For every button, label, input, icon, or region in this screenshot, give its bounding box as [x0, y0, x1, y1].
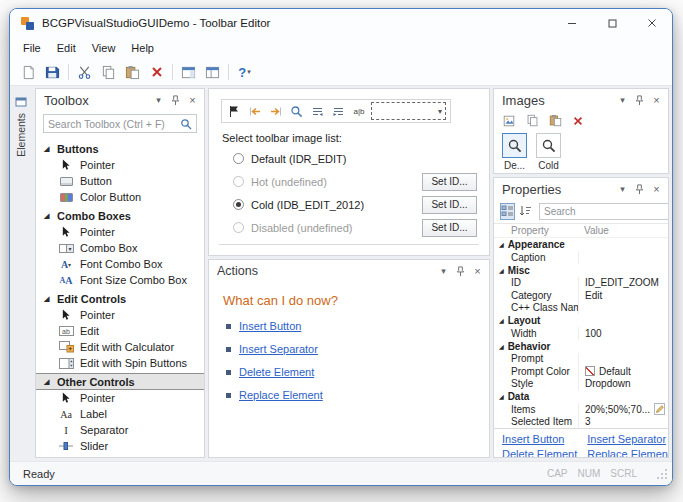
toolbox-category-other-controls[interactable]: ◢Other Controls	[36, 373, 204, 390]
property-row-style[interactable]: StyleDropdown	[494, 378, 668, 391]
imagelist-option-disabled[interactable]: Disabled (undefined) Set ID...	[233, 216, 479, 239]
move-forward-icon[interactable]	[268, 102, 285, 121]
toolbox-search-input[interactable]	[48, 118, 180, 130]
property-row-prompt[interactable]: Prompt	[494, 353, 668, 366]
delete-icon[interactable]	[569, 112, 587, 129]
toolbox-item[interactable]: Pointer	[36, 224, 204, 240]
toolbox-item[interactable]: Color Button	[36, 189, 204, 205]
toolbox-category-combo-boxes[interactable]: ◢Combo Boxes	[36, 207, 204, 224]
panel-menu-button[interactable]: ▾	[614, 181, 631, 198]
paste-icon[interactable]	[546, 112, 564, 129]
delete-icon[interactable]	[145, 61, 168, 83]
help-icon[interactable]: ?▾	[233, 61, 256, 83]
resize-grip[interactable]	[655, 467, 668, 480]
menu-edit[interactable]: Edit	[49, 39, 84, 57]
tab-elements[interactable]: Elements	[15, 92, 27, 161]
close-panel-button[interactable]: ×	[648, 181, 665, 198]
imagelist-option-hot[interactable]: Hot (undefined) Set ID...	[233, 170, 479, 193]
list-left-icon[interactable]	[309, 102, 326, 121]
copy-icon[interactable]	[97, 61, 120, 83]
property-row-caption[interactable]: Caption	[494, 251, 668, 264]
property-row-prompt-color[interactable]: Prompt ColorDefault	[494, 365, 668, 378]
close-panel-button[interactable]: ×	[648, 92, 665, 109]
toolbox-category-buttons[interactable]: ◢Buttons	[36, 140, 204, 157]
link-replace-element[interactable]: Replace Element	[587, 448, 669, 458]
property-row-category[interactable]: CategoryEdit	[494, 289, 668, 302]
list-right-icon[interactable]	[330, 102, 347, 121]
radio-icon[interactable]	[233, 176, 244, 187]
panel-menu-button[interactable]: ▾	[150, 92, 167, 109]
save-icon[interactable]	[41, 61, 64, 83]
imagelist-option-default[interactable]: Default (IDR_EDIT)	[233, 147, 479, 170]
pin-button[interactable]	[631, 181, 648, 198]
new-image-icon[interactable]	[500, 112, 518, 129]
category-data[interactable]: ◢Data	[494, 390, 668, 403]
radio-icon[interactable]	[233, 222, 244, 233]
toolbox-item[interactable]: AaLabel	[36, 406, 204, 422]
workspace-icon[interactable]	[177, 61, 200, 83]
pin-button[interactable]	[452, 263, 469, 280]
category-appearance[interactable]: ◢Appearance	[494, 238, 668, 251]
paste-icon[interactable]	[121, 61, 144, 83]
link-insert-separator[interactable]: Insert Separator	[587, 433, 669, 445]
toolbox-item[interactable]: Edit with Calculator	[36, 339, 204, 355]
pin-button[interactable]	[631, 92, 648, 109]
radio-checked-icon[interactable]	[233, 199, 244, 210]
close-button[interactable]	[632, 9, 672, 37]
image-item-default[interactable]: De...	[502, 133, 527, 171]
property-row-items[interactable]: Items20%;50%;70...	[494, 403, 668, 416]
toolbox-item[interactable]: Edit with Spin Buttons	[36, 355, 204, 371]
link-delete-element[interactable]: Delete Element	[239, 366, 314, 378]
set-id-button[interactable]: Set ID...	[422, 196, 477, 214]
move-back-icon[interactable]	[247, 102, 264, 121]
magnifier-icon[interactable]	[288, 102, 305, 121]
set-id-button[interactable]: Set ID...	[422, 173, 477, 191]
category-misc[interactable]: ◢Misc	[494, 264, 668, 277]
toolbox-item[interactable]: AAFont Size Combo Box	[36, 272, 204, 288]
link-replace-element[interactable]: Replace Element	[239, 389, 323, 401]
pin-button[interactable]	[167, 92, 184, 109]
toolbox-item[interactable]: Slider	[36, 438, 204, 454]
cut-icon[interactable]	[73, 61, 96, 83]
copy-icon[interactable]	[523, 112, 541, 129]
toolbox-item[interactable]: Pointer	[36, 157, 204, 173]
toolbox-item[interactable]: Pointer	[36, 390, 204, 406]
property-row-selected-item[interactable]: Selected Item3	[494, 416, 668, 429]
toolbox-item[interactable]: ISeparator	[36, 422, 204, 438]
menu-view[interactable]: View	[84, 39, 124, 57]
categorized-icon[interactable]	[500, 203, 515, 220]
link-insert-separator[interactable]: Insert Separator	[239, 343, 318, 355]
property-row-class-name[interactable]: C++ Class Name	[494, 302, 668, 315]
edit-items-button[interactable]	[654, 403, 665, 415]
panel-menu-button[interactable]: ▾	[614, 92, 631, 109]
properties-search-input[interactable]	[544, 206, 669, 217]
set-id-button[interactable]: Set ID...	[422, 219, 477, 237]
maximize-button[interactable]	[592, 9, 632, 37]
property-row-id[interactable]: IDID_EDIT_ZOOM	[494, 277, 668, 290]
text-ab-icon[interactable]: a|b	[351, 102, 368, 121]
minimize-button[interactable]	[552, 9, 592, 37]
category-layout[interactable]: ◢Layout	[494, 314, 668, 327]
link-insert-button[interactable]: Insert Button	[239, 320, 301, 332]
image-item-cold[interactable]: Cold	[536, 133, 561, 171]
menu-file[interactable]: File	[15, 39, 49, 57]
property-row-width[interactable]: Width100	[494, 327, 668, 340]
radio-icon[interactable]	[233, 153, 244, 164]
link-insert-button[interactable]: Insert Button	[502, 433, 577, 445]
toolbox-item[interactable]: Button	[36, 173, 204, 189]
toolbox-item[interactable]: A▾Font Combo Box	[36, 256, 204, 272]
link-delete-element[interactable]: Delete Element	[502, 448, 577, 458]
zoom-combobox-element[interactable]: ▾	[371, 102, 446, 120]
category-behavior[interactable]: ◢Behavior	[494, 340, 668, 353]
panel-menu-button[interactable]: ▾	[435, 263, 452, 280]
new-icon[interactable]	[17, 61, 40, 83]
close-panel-button[interactable]: ×	[469, 263, 486, 280]
alphabetical-sort-icon[interactable]	[518, 203, 533, 220]
windows-icon[interactable]	[201, 61, 224, 83]
close-panel-button[interactable]: ×	[184, 92, 201, 109]
toolbox-category-edit-controls[interactable]: ◢Edit Controls	[36, 290, 204, 307]
menu-help[interactable]: Help	[123, 39, 162, 57]
toolbox-item[interactable]: ▾Combo Box	[36, 240, 204, 256]
imagelist-option-cold[interactable]: Cold (IDB_EDIT_2012) Set ID...	[233, 193, 479, 216]
toolbox-item[interactable]: Pointer	[36, 307, 204, 323]
